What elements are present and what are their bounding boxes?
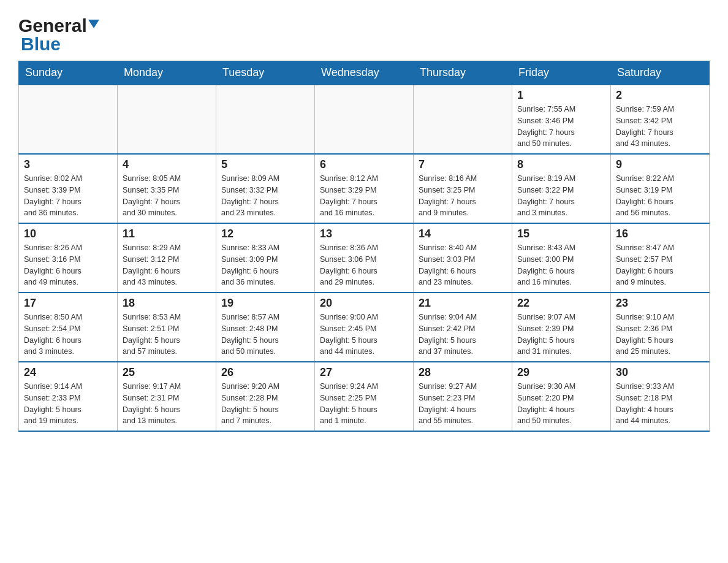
day-info: Sunrise: 8:57 AMSunset: 2:48 PMDaylight:…: [221, 312, 309, 358]
day-number: 30: [616, 366, 704, 379]
day-info: Sunrise: 8:02 AMSunset: 3:39 PMDaylight:…: [24, 173, 112, 219]
logo-triangle-icon: [88, 17, 102, 31]
day-info: Sunrise: 8:40 AMSunset: 3:03 PMDaylight:…: [419, 242, 507, 288]
table-row: 15Sunrise: 8:43 AMSunset: 3:00 PMDayligh…: [512, 223, 611, 293]
day-info: Sunrise: 9:14 AMSunset: 2:33 PMDaylight:…: [24, 381, 112, 427]
day-number: 4: [123, 158, 211, 171]
day-number: 9: [616, 158, 704, 171]
day-info: Sunrise: 8:09 AMSunset: 3:32 PMDaylight:…: [221, 173, 309, 219]
logo-blue-text: Blue: [21, 34, 61, 54]
day-number: 10: [24, 228, 112, 240]
day-info: Sunrise: 8:53 AMSunset: 2:51 PMDaylight:…: [123, 312, 211, 358]
header-day-monday: Monday: [118, 61, 216, 85]
header-day-wednesday: Wednesday: [315, 61, 414, 85]
day-number: 8: [517, 158, 605, 171]
table-row: [315, 85, 414, 154]
day-info: Sunrise: 8:29 AMSunset: 3:12 PMDaylight:…: [123, 242, 211, 288]
header-day-friday: Friday: [512, 61, 611, 85]
day-number: 23: [616, 297, 704, 310]
table-row: 1Sunrise: 7:55 AMSunset: 3:46 PMDaylight…: [512, 85, 611, 154]
svg-marker-0: [88, 20, 99, 28]
table-row: 28Sunrise: 9:27 AMSunset: 2:23 PMDayligh…: [414, 362, 512, 431]
table-row: 9Sunrise: 8:22 AMSunset: 3:19 PMDaylight…: [611, 154, 710, 223]
table-row: 19Sunrise: 8:57 AMSunset: 2:48 PMDayligh…: [216, 293, 315, 362]
day-number: 13: [320, 228, 408, 240]
day-info: Sunrise: 9:07 AMSunset: 2:39 PMDaylight:…: [517, 312, 605, 358]
day-info: Sunrise: 8:43 AMSunset: 3:00 PMDaylight:…: [517, 242, 605, 288]
table-row: 22Sunrise: 9:07 AMSunset: 2:39 PMDayligh…: [512, 293, 611, 362]
calendar-week-3: 10Sunrise: 8:26 AMSunset: 3:16 PMDayligh…: [19, 223, 710, 293]
header-day-thursday: Thursday: [414, 61, 512, 85]
day-info: Sunrise: 8:26 AMSunset: 3:16 PMDaylight:…: [24, 242, 112, 288]
table-row: 7Sunrise: 8:16 AMSunset: 3:25 PMDaylight…: [414, 154, 512, 223]
day-number: 28: [419, 366, 507, 379]
day-info: Sunrise: 8:05 AMSunset: 3:35 PMDaylight:…: [123, 173, 211, 219]
day-number: 24: [24, 366, 112, 379]
table-row: 4Sunrise: 8:05 AMSunset: 3:35 PMDaylight…: [118, 154, 216, 223]
day-number: 7: [419, 158, 507, 171]
day-number: 5: [221, 158, 309, 171]
day-number: 11: [123, 228, 211, 240]
table-row: [414, 85, 512, 154]
day-info: Sunrise: 9:04 AMSunset: 2:42 PMDaylight:…: [419, 312, 507, 358]
day-number: 26: [221, 366, 309, 379]
day-info: Sunrise: 9:17 AMSunset: 2:31 PMDaylight:…: [123, 381, 211, 427]
table-row: 27Sunrise: 9:24 AMSunset: 2:25 PMDayligh…: [315, 362, 414, 431]
table-row: 30Sunrise: 9:33 AMSunset: 2:18 PMDayligh…: [611, 362, 710, 431]
table-row: 11Sunrise: 8:29 AMSunset: 3:12 PMDayligh…: [118, 223, 216, 293]
table-row: 3Sunrise: 8:02 AMSunset: 3:39 PMDaylight…: [19, 154, 118, 223]
day-info: Sunrise: 8:47 AMSunset: 2:57 PMDaylight:…: [616, 242, 704, 288]
day-info: Sunrise: 7:55 AMSunset: 3:46 PMDaylight:…: [517, 104, 605, 150]
table-row: 16Sunrise: 8:47 AMSunset: 2:57 PMDayligh…: [611, 223, 710, 293]
logo-general-text: General: [18, 15, 87, 36]
day-info: Sunrise: 8:19 AMSunset: 3:22 PMDaylight:…: [517, 173, 605, 219]
table-row: 18Sunrise: 8:53 AMSunset: 2:51 PMDayligh…: [118, 293, 216, 362]
table-row: 13Sunrise: 8:36 AMSunset: 3:06 PMDayligh…: [315, 223, 414, 293]
day-info: Sunrise: 8:16 AMSunset: 3:25 PMDaylight:…: [419, 173, 507, 219]
day-number: 19: [221, 297, 309, 310]
header-day-saturday: Saturday: [611, 61, 710, 85]
day-number: 2: [616, 89, 704, 102]
table-row: 12Sunrise: 8:33 AMSunset: 3:09 PMDayligh…: [216, 223, 315, 293]
table-row: 23Sunrise: 9:10 AMSunset: 2:36 PMDayligh…: [611, 293, 710, 362]
day-number: 1: [517, 89, 605, 102]
table-row: 21Sunrise: 9:04 AMSunset: 2:42 PMDayligh…: [414, 293, 512, 362]
table-row: [19, 85, 118, 154]
day-info: Sunrise: 7:59 AMSunset: 3:42 PMDaylight:…: [616, 104, 704, 150]
day-number: 21: [419, 297, 507, 310]
day-number: 12: [221, 228, 309, 240]
day-number: 25: [123, 366, 211, 379]
table-row: 29Sunrise: 9:30 AMSunset: 2:20 PMDayligh…: [512, 362, 611, 431]
day-info: Sunrise: 9:10 AMSunset: 2:36 PMDaylight:…: [616, 312, 704, 358]
day-number: 3: [24, 158, 112, 171]
day-info: Sunrise: 8:33 AMSunset: 3:09 PMDaylight:…: [221, 242, 309, 288]
day-number: 18: [123, 297, 211, 310]
calendar-table: SundayMondayTuesdayWednesdayThursdayFrid…: [18, 61, 710, 432]
calendar-week-1: 1Sunrise: 7:55 AMSunset: 3:46 PMDaylight…: [19, 85, 710, 154]
day-info: Sunrise: 8:22 AMSunset: 3:19 PMDaylight:…: [616, 173, 704, 219]
table-row: 2Sunrise: 7:59 AMSunset: 3:42 PMDaylight…: [611, 85, 710, 154]
table-row: [118, 85, 216, 154]
day-info: Sunrise: 9:00 AMSunset: 2:45 PMDaylight:…: [320, 312, 408, 358]
calendar-week-2: 3Sunrise: 8:02 AMSunset: 3:39 PMDaylight…: [19, 154, 710, 223]
header-day-tuesday: Tuesday: [216, 61, 315, 85]
day-number: 27: [320, 366, 408, 379]
day-info: Sunrise: 8:50 AMSunset: 2:54 PMDaylight:…: [24, 312, 112, 358]
calendar-header-row: SundayMondayTuesdayWednesdayThursdayFrid…: [19, 61, 710, 85]
table-row: 24Sunrise: 9:14 AMSunset: 2:33 PMDayligh…: [19, 362, 118, 431]
day-number: 16: [616, 228, 704, 240]
day-info: Sunrise: 9:24 AMSunset: 2:25 PMDaylight:…: [320, 381, 408, 427]
table-row: 20Sunrise: 9:00 AMSunset: 2:45 PMDayligh…: [315, 293, 414, 362]
page-header: General Blue: [18, 12, 710, 55]
table-row: 25Sunrise: 9:17 AMSunset: 2:31 PMDayligh…: [118, 362, 216, 431]
calendar-week-4: 17Sunrise: 8:50 AMSunset: 2:54 PMDayligh…: [19, 293, 710, 362]
calendar-week-5: 24Sunrise: 9:14 AMSunset: 2:33 PMDayligh…: [19, 362, 710, 431]
table-row: 8Sunrise: 8:19 AMSunset: 3:22 PMDaylight…: [512, 154, 611, 223]
header-day-sunday: Sunday: [19, 61, 118, 85]
day-info: Sunrise: 9:20 AMSunset: 2:28 PMDaylight:…: [221, 381, 309, 427]
table-row: 10Sunrise: 8:26 AMSunset: 3:16 PMDayligh…: [19, 223, 118, 293]
day-number: 22: [517, 297, 605, 310]
logo: General Blue: [18, 12, 102, 55]
table-row: 6Sunrise: 8:12 AMSunset: 3:29 PMDaylight…: [315, 154, 414, 223]
day-info: Sunrise: 9:33 AMSunset: 2:18 PMDaylight:…: [616, 381, 704, 427]
